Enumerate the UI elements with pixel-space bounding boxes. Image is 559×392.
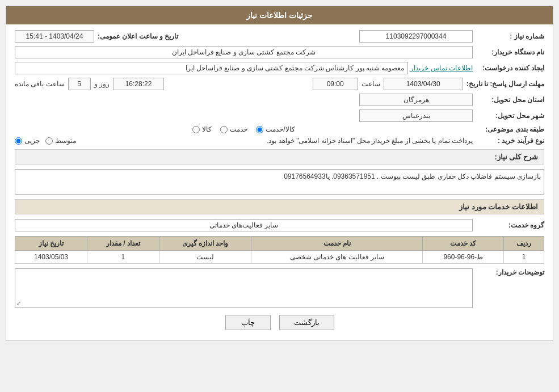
cell-row-num: 1	[504, 251, 544, 264]
announcement-date-field: 1403/04/24 - 15:41	[15, 30, 94, 43]
category-option-kala-label: کالا	[202, 125, 212, 133]
cell-unit: لیست	[159, 251, 251, 264]
services-table: ردیف کد خدمت نام خدمت واحد اندازه گیری ت…	[15, 236, 544, 264]
deadline-time-field: 09:00	[313, 78, 358, 90]
category-option-kala-khedmat[interactable]: کالا/خدمت	[256, 125, 295, 133]
service-info-header: اطلاعات خدمات مورد نیاز	[15, 199, 544, 214]
category-option-kala[interactable]: کالا	[192, 125, 212, 133]
need-desc-header: شرح کلی نیاز:	[15, 149, 544, 165]
service-group-label: گروه خدمت:	[476, 221, 544, 229]
back-button[interactable]: بازگشت	[279, 315, 334, 330]
category-label: طبقه بندی موضوعی:	[476, 125, 544, 133]
cell-date: 1403/05/03	[15, 251, 87, 264]
purchase-radio-partial[interactable]	[15, 137, 22, 145]
col-row-num: ردیف	[504, 237, 544, 251]
page-title: جزئیات اطلاعات نیاز	[6, 6, 553, 24]
need-desc-field: بازسازی سیستم فاضلاب دکل حفاری طبق لیست …	[15, 169, 544, 195]
col-quantity: تعداد / مقدار	[87, 237, 159, 251]
purchase-note-text: پرداخت تمام یا بخشی از مبلغ خریداز محل "…	[82, 137, 473, 145]
buyer-org-label: نام دستگاه خریدار:	[476, 48, 544, 56]
resize-handle-icon: ↙	[16, 300, 21, 306]
requester-field: معصومه شنبه پور کارشناس شرکت مجتمع کشتی …	[15, 62, 408, 74]
category-option-khedmat-label: خدمت	[230, 125, 247, 133]
remaining-time-field: 16:28:22	[113, 78, 164, 90]
purchase-type-radio-group: پرداخت تمام یا بخشی از مبلغ خریداز محل "…	[15, 137, 473, 145]
cell-quantity: 1	[87, 251, 159, 264]
need-number-label: شماره نیاز :	[476, 32, 544, 40]
announcement-label: تاریخ و ساعت اعلان عمومی:	[98, 32, 178, 40]
purchase-type-label: نوع فرآیند خرید :	[476, 137, 544, 145]
requester-contact-link[interactable]: اطلاعات تماس خریدار	[410, 64, 473, 72]
buyer-org-field: شرکت مجتمع کشتی سازی و صنایع فراساحل ایر…	[15, 46, 473, 58]
category-radio-kala[interactable]	[192, 126, 200, 133]
remaining-days-label: روز و	[94, 80, 110, 88]
category-radio-khedmat[interactable]	[220, 126, 228, 133]
cell-service-code: ط-96-96-960	[423, 251, 504, 264]
print-button[interactable]: چاپ	[225, 315, 271, 330]
buyer-notes-label: توضیحات خریدار:	[476, 268, 544, 276]
purchase-option-partial-label: جزیی	[24, 137, 40, 145]
requester-label: ایجاد کننده درخواست:	[476, 64, 544, 72]
category-radio-group: کالا/خدمت خدمت کالا	[15, 125, 473, 133]
action-buttons: بازگشت چاپ	[15, 315, 544, 330]
col-unit: واحد اندازه گیری	[159, 237, 251, 251]
deadline-time-label: ساعت	[362, 80, 380, 88]
purchase-radio-medium[interactable]	[45, 137, 53, 145]
remaining-days-field: 5	[68, 78, 91, 90]
category-option-kala-khedmat-label: کالا/خدمت	[266, 125, 295, 133]
purchase-option-medium-label: متوسط	[55, 137, 76, 145]
category-radio-kala-khedmat[interactable]	[256, 126, 263, 133]
delivery-city-field: بندرعباس	[359, 109, 473, 122]
purchase-option-partial[interactable]: جزیی	[15, 137, 40, 145]
cell-service-name: سایر فعالیت های خدماتی شخصی	[251, 251, 423, 264]
table-row: 1 ط-96-96-960 سایر فعالیت های خدماتی شخص…	[15, 251, 544, 264]
purchase-option-medium[interactable]: متوسط	[45, 137, 76, 145]
deadline-date-field: 1403/04/30	[384, 78, 463, 90]
remaining-time-label-text: ساعت باقی مانده	[15, 80, 65, 88]
service-group-field: سایر فعالیت‌های خدماتی	[15, 219, 473, 231]
reply-deadline-label: مهلت ارسال پاسخ: تا تاریخ:	[466, 80, 544, 88]
col-service-code: کد خدمت	[423, 237, 504, 251]
col-service-name: نام خدمت	[251, 237, 423, 251]
category-option-khedmat[interactable]: خدمت	[220, 125, 247, 133]
services-table-container: ردیف کد خدمت نام خدمت واحد اندازه گیری ت…	[15, 236, 544, 264]
col-date: تاریخ نیاز	[15, 237, 87, 251]
buyer-notes-field[interactable]: ↙	[15, 268, 473, 308]
need-number-field: 1103092297000344	[359, 30, 473, 43]
delivery-province-label: استان محل تحویل:	[476, 96, 544, 104]
delivery-province-field: هرمزگان	[359, 94, 473, 106]
delivery-city-label: شهر محل تحویل:	[476, 112, 544, 120]
